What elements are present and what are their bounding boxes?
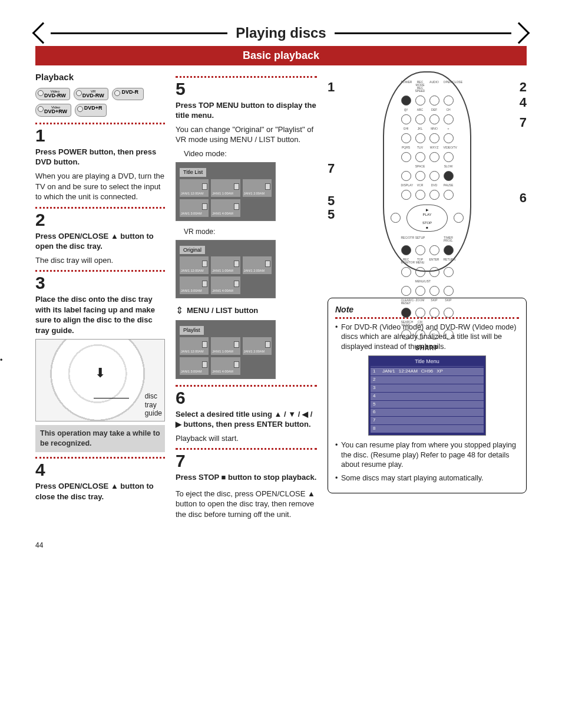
callout-5b: 5 [328,206,335,223]
mini-tab: Original [180,246,205,254]
remote-button [415,308,425,318]
title-list-vr-playlist: Playlist JAN/1 12:00AMJAN/1 1:00AMJAN/1 … [176,320,276,378]
thumbnail-cell: JAN/1 2:00AM [243,337,272,355]
title-rule-left [51,32,227,34]
step-body: The disc tray will open. [35,255,165,266]
step-bold: Press STOP ■ button to stop playback. [176,473,316,482]
thumbnail-cell [243,357,272,375]
step-body: When you are playing a DVD, turn the TV … [35,171,165,202]
mini-tab: Title List [180,168,206,176]
thumbnail-cell: JAN/1 12:00AM [180,337,209,355]
remote-button [429,95,439,106]
thumbnail-cell: JAN/1 4:00AM [211,276,240,294]
step-6: 6 Select a desired title using ▲ / ▼ / ◀… [176,389,317,444]
step-body: You can change "Original" or "Playlist" … [176,124,317,145]
remote-button [444,133,454,143]
step-7: 7 Press STOP ■ button to stop playback. … [176,452,317,519]
thumbnail-cell: JAN/1 4:00AM [211,199,240,217]
note-titlemenu-wrap: Title Menu1JAN/112:24AMCH96XP2345678 [335,355,519,436]
video-mode-label: Video mode: [176,149,317,159]
step-number: 2 [35,211,165,229]
title-rule-right [335,32,511,34]
callout-4: 4 [520,94,527,111]
thumbnail-cell: JAN/1 4:00AM [211,357,240,375]
disc-badge: DVD-R [112,88,144,100]
remote-button [401,152,411,162]
remote-button [415,95,425,106]
thumbnail-cell: JAN/1 1:00AM [211,256,240,274]
step-bold: Place the disc onto the disc tray with i… [35,295,155,335]
step-bold: Press OPEN/CLOSE ▲ button to open the di… [35,232,154,251]
separator [176,385,317,387]
title-list-video: Title List JAN/1 12:00AMJAN/1 1:00AMJAN/… [176,162,276,220]
remote-button [444,190,454,200]
step-number: 4 [35,461,165,479]
remote-button [415,133,425,143]
remote-button [444,114,454,124]
step-number: 5 [176,80,317,98]
step-5: 5 Press TOP MENU button to display the t… [176,80,317,379]
step-bold: Select a desired title using ▲ / ▼ / ◀ /… [176,410,312,429]
step-2: 2 Press OPEN/CLOSE ▲ button to open the … [35,211,165,266]
up-down-arrow-icon: ⇕ [176,304,183,317]
remote-diagram: 1 7 5 5 2 4 7 6 POWERREC MODEREC SPEEDAU… [328,71,527,284]
thumbnail-cell: JAN/1 2:00AM [243,256,272,274]
grey-note: This operation may take a while to be re… [35,425,165,452]
separator [35,207,165,209]
menu-list-label: MENU / LIST button [187,305,258,316]
remote-button [429,308,439,318]
angle-right-icon [508,22,530,44]
remote-button [429,267,439,277]
note-list: For DVD-R (Video mode) and DVD-RW (Video… [335,322,519,484]
thumbnail-cell [243,199,272,217]
callout-1: 1 [328,78,335,96]
remote-button [444,308,454,318]
disc-badge: DVD+R [75,104,107,116]
remote-button [415,114,425,124]
thumbnail-cell: JAN/1 3:00AM [180,276,209,294]
step-1: 1 Press POWER button, then press DVD but… [35,127,165,202]
step-4: 4 Press OPEN/CLOSE ▲ button to close the… [35,461,165,502]
remote-button [415,171,425,181]
remote-button [401,95,411,106]
remote-button [429,114,439,124]
leader-line [94,398,129,398]
step-bold: Press OPEN/CLOSE ▲ button to close the d… [35,482,154,501]
separator [176,448,317,450]
disc-tray-illustration: ⬇ disctrayguide [35,339,165,421]
remote-button [429,152,439,162]
remote-button [444,152,454,162]
disc-type-badges: VideoDVD-RWVRDVD-RWDVD-RVideoDVD+RWDVD+R [35,88,165,117]
subtitle-bar: Basic playback [35,46,527,65]
remote-button [415,286,425,296]
note-item: For DVD-R (Video mode) and DVD-RW (Video… [335,322,519,353]
step-body: Playback will start. [176,433,317,444]
mini-tab: Playlist [180,326,204,334]
step-number: 3 [35,274,165,292]
remote-button [429,171,439,181]
tray-label: disctrayguide [145,392,162,417]
page-number: 44 [35,541,527,550]
title-list-vr-original: Original JAN/1 12:00AMJAN/1 1:00AMJAN/1 … [176,240,276,298]
remote-button [401,171,411,181]
remote-button [401,308,411,318]
note-item: Some discs may start playing automatical… [335,473,519,483]
menu-list-arrow-row: ⇕ MENU / LIST button [176,304,317,317]
remote-button [444,245,454,255]
page-title: Playing discs [227,24,334,42]
down-arrow-icon: ⬇ [95,364,105,382]
remote-button [415,245,425,255]
remote-button [429,245,439,255]
separator [35,123,165,124]
thumbnail-cell: JAN/1 1:00AM [211,179,240,197]
remote-button [429,133,439,143]
remote-button [401,267,411,277]
remote-button [444,286,454,296]
thumbnail-cell: JAN/1 2:00AM [243,179,272,197]
remote-button [401,114,411,124]
angle-left-icon [32,22,54,44]
thumbnail-cell: JAN/1 3:00AM [180,357,209,375]
remote-rewind [391,213,401,223]
remote-button [444,267,454,277]
section-heading: Playback [35,71,165,83]
